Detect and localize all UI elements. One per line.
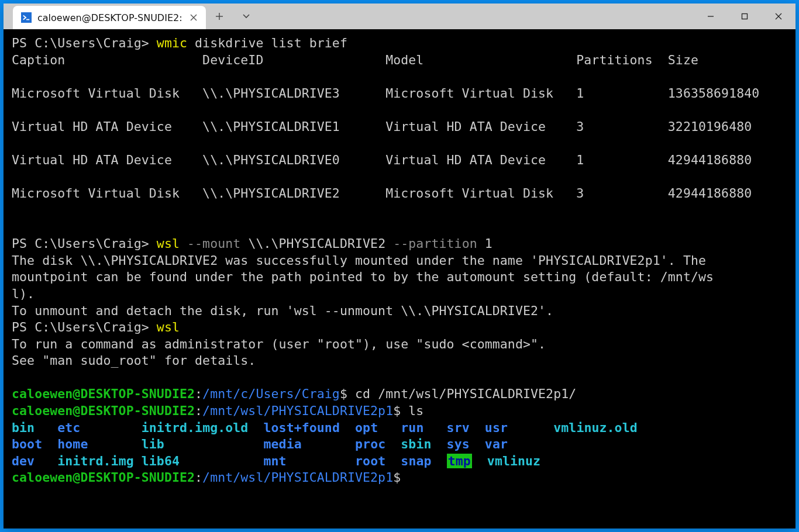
table-row: Virtual HD ATA Device \\.\PHYSICALDRIVE0… xyxy=(12,152,787,169)
window-controls xyxy=(694,4,795,29)
close-window-button[interactable] xyxy=(762,4,795,29)
prompt-line: PS C:\Users\Craig> wsl --mount \\.\PHYSI… xyxy=(12,236,787,253)
terminal-window: caloewen@DESKTOP-SNUDIE2: PS C:\Use xyxy=(4,4,795,528)
tab-active[interactable]: caloewen@DESKTOP-SNUDIE2: xyxy=(13,6,206,29)
prompt-line: PS C:\Users\Craig> wmic diskdrive list b… xyxy=(12,35,787,52)
svg-rect-6 xyxy=(742,14,748,19)
powershell-icon xyxy=(21,12,32,23)
titlebar[interactable]: caloewen@DESKTOP-SNUDIE2: xyxy=(4,4,795,29)
close-tab-button[interactable] xyxy=(188,12,199,23)
output-line: To unmount and detach the disk, run 'wsl… xyxy=(12,303,787,320)
table-row: Microsoft Virtual Disk \\.\PHYSICALDRIVE… xyxy=(12,85,787,102)
tab-dropdown-button[interactable] xyxy=(233,4,260,29)
new-tab-button[interactable] xyxy=(206,4,233,29)
output-line: mountpoint can be found under the path p… xyxy=(12,269,787,286)
output-line: l). xyxy=(12,286,787,303)
tab-strip: caloewen@DESKTOP-SNUDIE2: xyxy=(4,4,206,29)
ls-row: bin etc initrd.img.old lost+found opt ru… xyxy=(12,420,787,437)
maximize-button[interactable] xyxy=(728,4,762,29)
output-line: To run a command as administrator (user … xyxy=(12,336,787,353)
table-header: Caption DeviceID Model Partitions Size xyxy=(12,52,787,69)
table-row: Virtual HD ATA Device \\.\PHYSICALDRIVE1… xyxy=(12,119,787,136)
prompt-line: PS C:\Users\Craig> wsl xyxy=(12,319,787,336)
ls-row: dev initrd.img lib64 mnt root snap tmp v… xyxy=(12,453,787,470)
table-row: Microsoft Virtual Disk \\.\PHYSICALDRIVE… xyxy=(12,185,787,202)
bash-prompt: caloewen@DESKTOP-SNUDIE2:/mnt/wsl/PHYSIC… xyxy=(12,403,787,420)
tab-title: caloewen@DESKTOP-SNUDIE2: xyxy=(37,12,182,23)
terminal-body[interactable]: PS C:\Users\Craig> wmic diskdrive list b… xyxy=(4,29,795,528)
bash-prompt: caloewen@DESKTOP-SNUDIE2:/mnt/c/Users/Cr… xyxy=(12,386,787,403)
bash-prompt: caloewen@DESKTOP-SNUDIE2:/mnt/wsl/PHYSIC… xyxy=(12,469,787,486)
output-line: The disk \\.\PHYSICALDRIVE2 was successf… xyxy=(12,253,787,270)
minimize-button[interactable] xyxy=(694,4,728,29)
ls-row: boot home lib media proc sbin sys var xyxy=(12,436,787,453)
output-line: See "man sudo_root" for details. xyxy=(12,353,787,369)
titlebar-drag-area[interactable] xyxy=(260,4,694,29)
